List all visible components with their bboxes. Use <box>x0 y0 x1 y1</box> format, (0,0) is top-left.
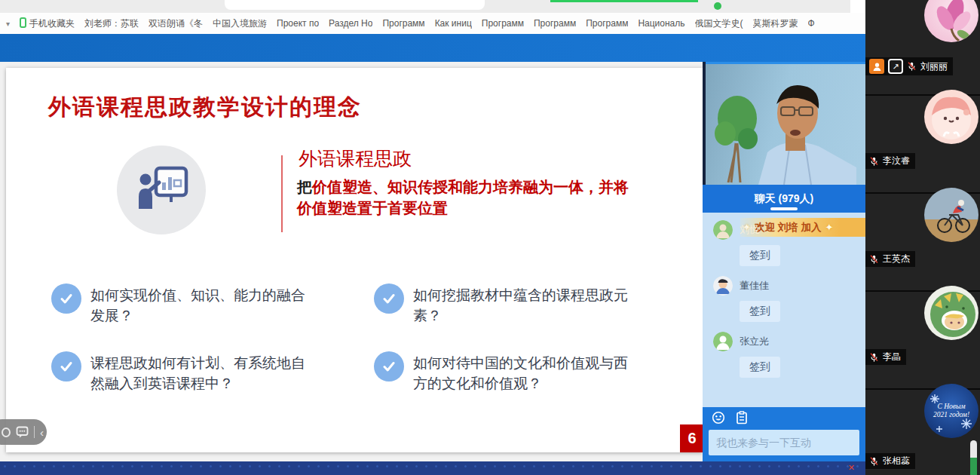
participant-name: 张相蕊 <box>883 455 910 467</box>
browser-control[interactable] <box>850 0 865 13</box>
bullet-item: 如何实现价值、知识、能力的融合发展？ <box>51 283 311 326</box>
sender-name: 董佳佳 <box>740 279 769 293</box>
presentation-slide: 外语课程思政教学设计的理念 外语课程思政 把价值塑造、知识 <box>6 68 703 452</box>
chat-bubble-icon[interactable] <box>16 426 29 438</box>
participant-name: 李汶睿 <box>883 155 910 167</box>
progress-line <box>550 0 698 2</box>
bookmark-item[interactable]: 中国入境旅游 <box>213 17 267 30</box>
browser-window: ▾ 手机收藏夹 刘老师：苏联 双语朗诵《冬 中国入境旅游 Проект по Р… <box>0 0 865 475</box>
avatar <box>924 90 978 144</box>
divider <box>281 155 283 232</box>
address-bar[interactable] <box>225 0 485 10</box>
bookmark-item[interactable]: Как иниц <box>435 18 472 29</box>
chat-input-area <box>703 428 865 461</box>
chat-toolbar <box>703 407 865 428</box>
participant-namebar: 李汶睿 <box>865 153 915 169</box>
scrollbar-thumb[interactable] <box>970 458 977 475</box>
avatar <box>713 276 733 296</box>
bookmark-item[interactable]: Проект по <box>277 18 319 29</box>
avatar: С Новым 2021 годом! <box>924 384 978 438</box>
mic-muted-icon <box>869 254 879 265</box>
chat-tab-label: 聊天 (979人) <box>755 192 814 206</box>
participant-name: 王英杰 <box>883 253 910 265</box>
bookmark-item[interactable]: Программ <box>382 18 424 29</box>
smiley-icon[interactable] <box>712 411 725 424</box>
chat-messages: ✦ 欢迎 刘培 加入 ✦ 刘悦 签到 董佳 <box>703 213 865 407</box>
section-heading: 外语课程思政 <box>299 146 412 171</box>
avatar <box>924 286 978 340</box>
section-body: 把价值塑造、知识传授和能力培养融为一体，并将价值塑造置于首要位置 <box>297 176 638 219</box>
clipboard-icon[interactable] <box>736 411 748 424</box>
participant-tile[interactable]: С Новым 2021 годом! 张相蕊 <box>865 390 980 475</box>
avatar <box>713 220 733 240</box>
participant-namebar: 李晶 <box>865 349 906 365</box>
person-badge-icon <box>869 59 884 74</box>
body-text: 价值塑造、知识传授和能力培养融为一体，并将价值塑造置于首要位置 <box>297 179 629 216</box>
chat-message: 董佳佳 签到 <box>713 276 865 322</box>
participant-name: 李晶 <box>883 351 901 363</box>
bookmark-item[interactable]: 双语朗诵《冬 <box>149 17 203 30</box>
mic-muted-icon <box>869 352 879 363</box>
avatar <box>924 188 978 242</box>
participant-tile[interactable]: ↗ 刘丽丽 <box>865 0 980 96</box>
participants-sidebar: ↗ 刘丽丽 李汶睿 <box>865 0 980 475</box>
slide-page-number: 6 <box>680 424 704 452</box>
collapse-chevron-icon[interactable]: ‹ <box>40 427 47 438</box>
chat-input[interactable] <box>709 430 859 455</box>
participant-tile[interactable]: 李汶睿 <box>865 96 980 194</box>
slide-title: 外语课程思政教学设计的理念 <box>48 92 362 123</box>
bookmark-item[interactable]: Программ <box>586 18 628 29</box>
bookmark-item[interactable]: Программ <box>534 18 576 29</box>
participant-namebar: ↗ 刘丽丽 <box>865 57 953 75</box>
screen: ▾ 手机收藏夹 刘老师：苏联 双语朗诵《冬 中国入境旅游 Проект по Р… <box>0 0 980 475</box>
participant-tile[interactable]: 李晶 <box>865 292 980 390</box>
avatar <box>713 332 733 351</box>
taskbar-red-mark: ✕ <box>848 463 855 473</box>
record-icon[interactable] <box>2 428 11 437</box>
bookmark-item[interactable]: Раздел Но <box>329 18 372 29</box>
sender-name: 刘悦 <box>740 223 759 237</box>
check-icon <box>51 351 81 382</box>
mic-muted-icon <box>907 61 917 72</box>
speaker-video[interactable] <box>703 62 865 185</box>
bullet-text: 如何实现价值、知识、能力的融合发展？ <box>90 283 311 326</box>
welcome-text: 欢迎 刘培 加入 <box>755 221 822 234</box>
chat-tab[interactable]: 聊天 (979人) <box>703 185 865 213</box>
bookmark-item[interactable]: 手机收藏夹 <box>20 17 75 30</box>
bookmark-item[interactable]: 莫斯科罗蒙 <box>753 17 798 30</box>
mic-muted-icon <box>869 456 879 467</box>
divider <box>34 426 35 438</box>
bookmarks-bar: ▾ 手机收藏夹 刘老师：苏联 双语朗诵《冬 中国入境旅游 Проект по Р… <box>0 13 865 34</box>
check-icon <box>374 283 404 314</box>
message-bubble: 签到 <box>740 301 780 322</box>
screen-share-icon: ↗ <box>888 59 903 74</box>
main-content: 外语课程思政教学设计的理念 外语课程思政 把价值塑造、知识 <box>0 62 865 461</box>
sparkle-icon: ✦ <box>825 222 833 233</box>
bookmark-item[interactable]: 俄国文学史( <box>695 17 743 30</box>
presenter-icon <box>117 146 206 234</box>
participant-namebar: 张相蕊 <box>865 453 915 469</box>
participant-name: 刘丽丽 <box>920 60 948 73</box>
bullet-text: 如何挖掘教材中蕴含的课程思政元素？ <box>413 283 633 326</box>
chat-panel: 聊天 (979人) ✦ 欢迎 刘培 加入 ✦ 刘悦 签到 <box>703 62 865 461</box>
participant-tile[interactable]: 王英杰 <box>865 194 980 292</box>
check-icon <box>374 351 404 382</box>
bookmark-item[interactable]: Программ <box>482 18 524 29</box>
check-icon <box>51 283 81 314</box>
floating-toolbar: ‹ <box>0 419 47 445</box>
dropdown-arrow-icon[interactable]: ▾ <box>6 20 10 28</box>
sidebar-scrollbar[interactable] <box>970 440 977 475</box>
mic-muted-icon <box>869 156 879 167</box>
bullet-item: 课程思政如何有计划、有系统地自然融入到英语课程中？ <box>51 351 311 394</box>
status-dot-icon <box>714 2 721 10</box>
bookmark-item[interactable]: 刘老师：苏联 <box>84 17 139 30</box>
page-header-bar <box>0 34 865 62</box>
sender-name: 张立光 <box>740 335 769 348</box>
chat-message: 张立光 签到 <box>713 332 865 378</box>
bullet-text: 如何对待中国的文化和价值观与西方的文化和价值观？ <box>413 351 633 394</box>
bookmark-item[interactable]: Националь <box>638 18 684 29</box>
bookmark-item[interactable]: Ф <box>808 18 815 29</box>
avatar <box>924 0 978 42</box>
active-tab-underline <box>770 207 798 210</box>
bullet-text: 课程思政如何有计划、有系统地自然融入到英语课程中？ <box>90 351 311 394</box>
